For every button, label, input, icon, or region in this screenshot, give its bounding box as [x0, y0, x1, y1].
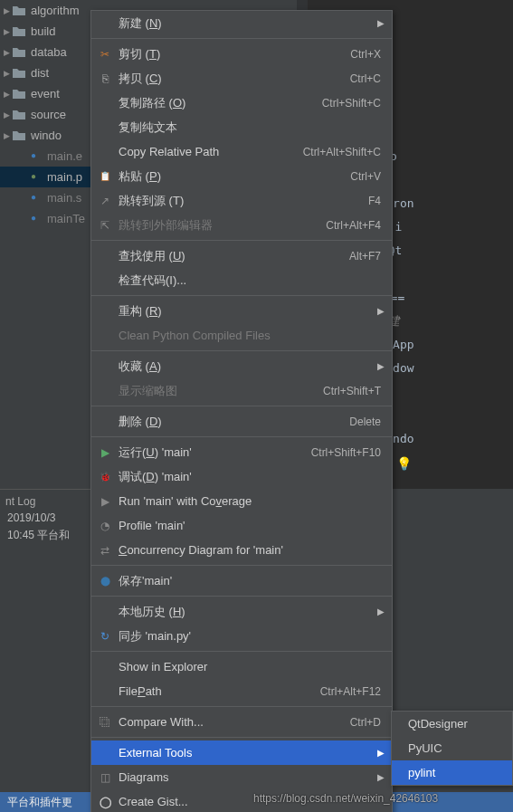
menu-item--main-[interactable]: 调试(D) 'main'	[91, 464, 392, 489]
folder-icon	[13, 46, 27, 59]
submenu-arrow-icon: ▶	[377, 306, 385, 316]
menu-item-label: Diagrams	[119, 770, 381, 784]
expand-arrow-icon[interactable]: ▶	[4, 27, 13, 36]
expand-arrow-icon[interactable]: ▶	[4, 131, 13, 140]
menu-item-run-main-with-coerage[interactable]: Run 'main' with Coverage	[91, 489, 392, 513]
submenu-item-pyuic[interactable]: PyUIC	[392, 736, 512, 760]
scissors-icon	[97, 46, 113, 62]
menu-item--[interactable]: 收藏 (A)▶	[91, 354, 392, 378]
context-menu[interactable]: 新建 (N)▶剪切 (T)Ctrl+X拷贝 (C)Ctrl+C复制路径 (O)C…	[90, 10, 393, 812]
menu-item--: 跳转到外部编辑器Ctrl+Alt+F4	[91, 213, 392, 237]
menu-item--[interactable]: 查找使用 (U)Alt+F7	[91, 244, 392, 268]
intention-bulb-icon[interactable]: 💡	[396, 456, 412, 471]
submenu-item-qtdesigner[interactable]: QtDesigner	[392, 712, 512, 736]
tree-item-mainTe[interactable]: mainTe	[0, 208, 95, 229]
menu-item-label: Clean Python Compiled Files	[119, 329, 381, 342]
blank-icon	[97, 604, 113, 620]
folder-icon	[13, 109, 27, 121]
menu-item-copy-relative-path[interactable]: Copy Relative PathCtrl+Alt+Shift+C	[91, 139, 392, 164]
profile-icon	[97, 518, 113, 534]
menu-item-show-in-explorer[interactable]: Show in Explorer	[91, 654, 392, 679]
menu-item--main-[interactable]: 保存'main'	[91, 568, 392, 593]
submenu-item-pylint[interactable]: pylint	[392, 760, 512, 785]
menu-item--[interactable]: 新建 (N)▶	[91, 11, 392, 35]
menu-item-profile-main-[interactable]: Profile 'main'	[91, 513, 392, 538]
menu-shortcut: Ctrl+X	[350, 48, 381, 61]
expand-arrow-icon[interactable]: ▶	[4, 110, 13, 119]
menu-item-label: 跳转到外部编辑器	[119, 217, 326, 234]
menu-shortcut: F4	[368, 195, 381, 207]
expand-arrow-icon[interactable]: ▶	[4, 90, 13, 99]
menu-separator	[91, 350, 392, 351]
run-icon	[97, 444, 113, 461]
menu-item--[interactable]: 粘贴 (P)Ctrl+V	[91, 164, 392, 188]
tree-item-label: source	[31, 108, 66, 121]
menu-item-compare-with-[interactable]: Compare With...Ctrl+D	[91, 710, 392, 734]
menu-separator	[91, 406, 392, 406]
tree-item-source[interactable]: ▶source	[0, 104, 95, 125]
github-icon	[97, 794, 113, 810]
menu-shortcut: Ctrl+C	[350, 72, 381, 85]
menu-item--i-[interactable]: 检查代码(I)...	[91, 268, 392, 292]
tree-item-label: windo	[31, 129, 62, 142]
tree-item-event[interactable]: ▶event	[0, 83, 95, 104]
tree-item-main-s[interactable]: main.s	[0, 187, 95, 208]
tree-item-label: algorithm	[31, 4, 79, 17]
tree-item-dist[interactable]: ▶dist	[0, 62, 95, 83]
menu-item-file-ath[interactable]: File PathCtrl+Alt+F12	[91, 679, 392, 703]
menu-item-label: 复制纯文本	[119, 119, 381, 136]
external-tools-submenu[interactable]: QtDesignerPyUICpylint	[391, 711, 513, 786]
menu-item-oncurrency-diagram-for-main-[interactable]: Concurrency Diagram for 'main'	[91, 538, 392, 562]
expand-arrow-icon[interactable]: ▶	[4, 48, 13, 57]
menu-shortcut: Ctrl+Alt+F4	[326, 219, 381, 232]
diagram-icon	[97, 769, 113, 786]
event-log-panel[interactable]: nt Log 2019/10/3 10:45 平台和	[0, 489, 90, 549]
menu-separator	[91, 737, 392, 738]
menu-item--t-[interactable]: 跳转到源 (T)F4	[91, 188, 392, 213]
menu-item--main-[interactable]: 运行(U) 'main'Ctrl+Shift+F10	[91, 440, 392, 464]
menu-item--main-py-[interactable]: 同步 'main.py'	[91, 624, 392, 648]
menu-item-label: Show in Explorer	[119, 660, 381, 673]
menu-separator	[91, 651, 392, 652]
tree-item-algorithm[interactable]: ▶algorithm	[0, 0, 95, 21]
menu-item--[interactable]: 剪切 (T)Ctrl+X	[91, 42, 392, 66]
project-tree[interactable]: ▶algorithm▶build▶databa▶dist▶event▶sourc…	[0, 0, 95, 489]
menu-item-diagrams[interactable]: Diagrams▶	[91, 765, 392, 789]
menu-shortcut: Ctrl+V	[350, 170, 381, 183]
compare-icon	[97, 714, 113, 731]
expand-arrow-icon[interactable]: ▶	[4, 69, 13, 78]
tree-item-windo[interactable]: ▶windo	[0, 125, 95, 146]
tree-item-main-p[interactable]: main.p	[0, 167, 95, 187]
tree-item-label: dist	[31, 66, 49, 80]
tree-item-build[interactable]: ▶build	[0, 21, 95, 42]
tree-item-main-e[interactable]: main.e	[0, 146, 95, 167]
submenu-item-label: PyUIC	[408, 741, 442, 755]
python-file-icon	[29, 192, 43, 205]
submenu-item-label: pylint	[408, 766, 435, 779]
submenu-arrow-icon: ▶	[377, 361, 385, 371]
menu-item--[interactable]: 本地历史 (H)▶	[91, 599, 392, 624]
menu-item-label: 保存'main'	[119, 573, 381, 589]
menu-item-label: 调试(D) 'main'	[119, 469, 381, 485]
blank-icon	[97, 683, 113, 700]
menu-item--[interactable]: 复制纯文本	[91, 115, 392, 139]
concurrency-icon	[97, 542, 113, 559]
menu-item-label: Copy Relative Path	[119, 145, 303, 158]
python-file-icon	[29, 213, 43, 225]
menu-item-external-tools[interactable]: External Tools▶	[91, 740, 392, 765]
coverage-icon	[97, 493, 113, 510]
blank-icon	[97, 414, 113, 430]
expand-arrow-icon[interactable]: ▶	[4, 6, 13, 15]
menu-item--[interactable]: 删除 (D)Delete	[91, 409, 392, 434]
menu-item--[interactable]: 复制路径 (O)Ctrl+Shift+C	[91, 91, 392, 115]
menu-item-label: 查找使用 (U)	[119, 248, 349, 264]
python-file-icon	[29, 171, 43, 184]
menu-item--[interactable]: 重构 (R)▶	[91, 299, 392, 323]
tree-item-databa[interactable]: ▶databa	[0, 42, 95, 62]
paste-icon	[97, 168, 113, 185]
tree-item-label: mainTe	[47, 212, 85, 225]
menu-item--[interactable]: 拷贝 (C)Ctrl+C	[91, 66, 392, 91]
blank-icon	[97, 119, 113, 136]
menu-item-label: Run 'main' with Coverage	[119, 494, 381, 508]
status-text: 平台和插件更	[7, 796, 72, 808]
